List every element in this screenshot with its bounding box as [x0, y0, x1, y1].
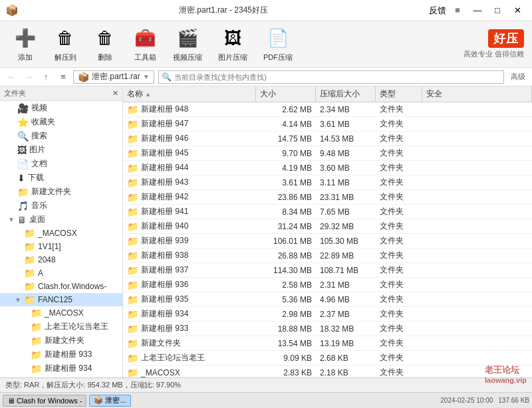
- search-input[interactable]: [174, 73, 501, 81]
- video-label: 视频压缩: [173, 52, 202, 62]
- table-row[interactable]: 📁 新建相册 941 8.34 MB 7.65 MB 文件夹: [123, 205, 532, 219]
- sidebar-item-fanc125[interactable]: ▼ 📁 FANC125: [0, 293, 122, 306]
- file-security-cell: [422, 255, 532, 257]
- file-security-cell: [422, 108, 532, 111]
- sidebar-item-newfolder[interactable]: 📁 新建文件夹: [0, 185, 122, 199]
- advanced-button[interactable]: 高级: [508, 72, 528, 82]
- col-header-compressed[interactable]: 压缩后大小: [316, 86, 376, 102]
- folder-icon: 📄: [17, 159, 29, 169]
- table-row[interactable]: 📁 新建相册 936 2.58 MB 2.31 MB 文件夹: [123, 278, 532, 292]
- file-type-cell: 文件夹: [376, 351, 422, 365]
- file-name-cell: 📁 新建相册 941: [123, 205, 256, 219]
- minimize-button[interactable]: —: [468, 3, 487, 18]
- table-row[interactable]: 📁 _MACOSX 2.83 KB 2.18 KB 文件夹: [123, 365, 532, 377]
- path-box[interactable]: 📦 泄密.part1.rar ▼: [73, 70, 154, 84]
- toolbar-pdf-button[interactable]: 📄 PDF压缩: [258, 23, 298, 65]
- sidebar-item-album933[interactable]: 📁 新建相册 933: [0, 348, 122, 361]
- col-header-security[interactable]: 安全: [422, 86, 532, 102]
- table-row[interactable]: 📁 新建相册 946 14.75 MB 14.53 MB 文件夹: [123, 132, 532, 146]
- file-type-cell: 文件夹: [376, 234, 422, 248]
- file-size-cell: 18.88 MB: [256, 323, 316, 335]
- sidebar-item-label: 1V1[1]: [38, 242, 61, 251]
- video-icon: 🎬: [176, 26, 200, 50]
- file-folder-icon: 📁: [127, 236, 138, 247]
- toolbar-tools-button[interactable]: 🧰 工具箱: [128, 23, 162, 65]
- col-header-size[interactable]: 大小: [256, 86, 316, 102]
- file-name: 新建相册 939: [141, 235, 188, 247]
- sidebar-item-docs[interactable]: 📄 文档: [0, 157, 122, 171]
- folder-icon: 🖼: [17, 145, 27, 155]
- sidebar-item-album934[interactable]: 📁 新建相册 934: [0, 361, 122, 375]
- file-type-cell: 文件夹: [376, 249, 422, 262]
- path-dropdown-icon[interactable]: ▼: [143, 73, 150, 80]
- file-name: 新建相册 933: [141, 323, 188, 334]
- feedback-button[interactable]: 反馈: [428, 3, 447, 18]
- nav-view-button[interactable]: ≡: [56, 70, 70, 84]
- table-row[interactable]: 📁 新建文件夹 13.54 MB 13.19 MB 文件夹: [123, 336, 532, 351]
- sidebar-item-label: 新建相册 933: [45, 349, 92, 360]
- toolbar-add-button[interactable]: ➕ 添加: [8, 23, 43, 65]
- sidebar-item-clash[interactable]: 📁 Clash.for.Windows-: [0, 280, 122, 293]
- nav-back-button[interactable]: ←: [4, 70, 19, 84]
- table-row[interactable]: 📁 新建相册 948 2.62 MB 2.34 MB 文件夹: [123, 102, 532, 117]
- table-row[interactable]: 📁 新建相册 945 9.70 MB 9.48 MB 文件夹: [123, 146, 532, 161]
- table-row[interactable]: 📁 新建相册 938 26.88 MB 22.89 MB 文件夹: [123, 249, 532, 263]
- sidebar-item-favorites[interactable]: ⭐ 收藏夹: [0, 115, 122, 129]
- file-type-cell: 文件夹: [376, 175, 422, 189]
- sidebar-item-downloads[interactable]: ⬇ 下载: [0, 171, 122, 185]
- nav-forward-button[interactable]: →: [21, 70, 36, 84]
- taskbar: 🖥 Clash for Windows - 📦 泄密... 2024-02-25…: [0, 392, 532, 408]
- table-row[interactable]: 📁 新建相册 939 106.01 MB 105.30 MB 文件夹: [123, 234, 532, 249]
- taskbar-filesize: 137.66 KB: [498, 397, 529, 404]
- sidebar-item-video[interactable]: 🎥 视频: [0, 101, 122, 115]
- col-header-type[interactable]: 类型: [376, 86, 422, 102]
- file-security-cell: [422, 211, 532, 213]
- toolbar-extract-button[interactable]: 🗑 解压到: [48, 23, 82, 65]
- file-folder-icon: 📁: [127, 192, 138, 203]
- table-row[interactable]: 📁 新建相册 937 114.30 MB 108.71 MB 文件夹: [123, 263, 532, 278]
- sidebar-item-pictures[interactable]: 🖼 图片: [0, 143, 122, 157]
- file-type-cell: 文件夹: [376, 146, 422, 160]
- file-name-cell: 📁 新建相册 946: [123, 132, 256, 146]
- table-row[interactable]: 📁 新建相册 940 31.24 MB 29.32 MB 文件夹: [123, 219, 532, 234]
- file-compressed-cell: 13.19 MB: [316, 338, 376, 350]
- table-row[interactable]: 📁 新建相册 933 18.88 MB 18.32 MB 文件夹: [123, 322, 532, 336]
- clash-win-taskbar-icon: 🖥: [7, 397, 15, 405]
- table-row[interactable]: 📁 新建相册 942 23.86 MB 23.31 MB 文件夹: [123, 190, 532, 205]
- taskbar-item-winrar[interactable]: 📦 泄密...: [89, 395, 130, 407]
- toolbar-video-button[interactable]: 🎬 视频压缩: [168, 23, 207, 65]
- sidebar-item-search[interactable]: 🔍 搜索: [0, 129, 122, 143]
- table-row[interactable]: 📁 新建相册 934 2.98 MB 2.37 MB 文件夹: [123, 307, 532, 322]
- sidebar-item-2048[interactable]: 📁 2048: [0, 253, 122, 266]
- search-box[interactable]: 🔍: [158, 70, 504, 84]
- table-row[interactable]: 📁 上老王论坛当老王 9.09 KB 2.68 KB 文件夹: [123, 351, 532, 365]
- sidebar-item-music[interactable]: 🎵 音乐: [0, 199, 122, 213]
- sidebar-item-label: 2048: [38, 255, 56, 264]
- sidebar-item-a[interactable]: 📁 A: [0, 266, 122, 280]
- sidebar-item-albummore[interactable]: 📁 新建相册 ...: [0, 375, 122, 377]
- table-row[interactable]: 📁 新建相册 944 4.19 MB 3.60 MB 文件夹: [123, 161, 532, 175]
- sidebar-item-_macosx[interactable]: 📁 _MACOSX: [0, 227, 122, 240]
- toolbar-delete-button[interactable]: 🗑 删除: [88, 23, 122, 65]
- maximize-button[interactable]: □: [488, 3, 507, 18]
- taskbar-item-clash-win[interactable]: 🖥 Clash for Windows -: [3, 395, 86, 407]
- nav-up-button[interactable]: ↑: [39, 70, 53, 84]
- table-row[interactable]: 📁 新建相册 947 4.14 MB 3.61 MB 文件夹: [123, 117, 532, 132]
- title-bar-icon: 📦: [5, 4, 19, 17]
- sidebar-close-icon[interactable]: ✕: [112, 89, 118, 98]
- file-name-cell: 📁 新建相册 947: [123, 117, 256, 131]
- sidebar-item-desktop[interactable]: ▼ 🖥 桌面: [0, 213, 122, 227]
- pdf-icon: 📄: [266, 26, 290, 50]
- close-button[interactable]: ✕: [508, 3, 527, 18]
- sidebar-item-_macosx2[interactable]: 📁 _MACOSX: [0, 306, 122, 320]
- sidebar-item-1v11[interactable]: 📁 1V1[1]: [0, 240, 122, 253]
- sidebar-item-newfolderx[interactable]: 📁 新建文件夹: [0, 334, 122, 348]
- table-row[interactable]: 📁 新建相册 935 5.36 MB 4.96 MB 文件夹: [123, 292, 532, 307]
- sidebar-item-laowang[interactable]: 📁 上老王论坛当老王: [0, 320, 122, 334]
- menu-button[interactable]: ≡: [448, 3, 467, 18]
- toolbar-image-button[interactable]: 🖼 图片压缩: [213, 23, 253, 65]
- col-header-name[interactable]: 名称 ▲: [123, 86, 256, 102]
- table-row[interactable]: 📁 新建相册 943 3.61 MB 3.11 MB 文件夹: [123, 175, 532, 190]
- file-folder-icon: 📁: [127, 207, 138, 217]
- tools-label: 工具箱: [134, 52, 156, 62]
